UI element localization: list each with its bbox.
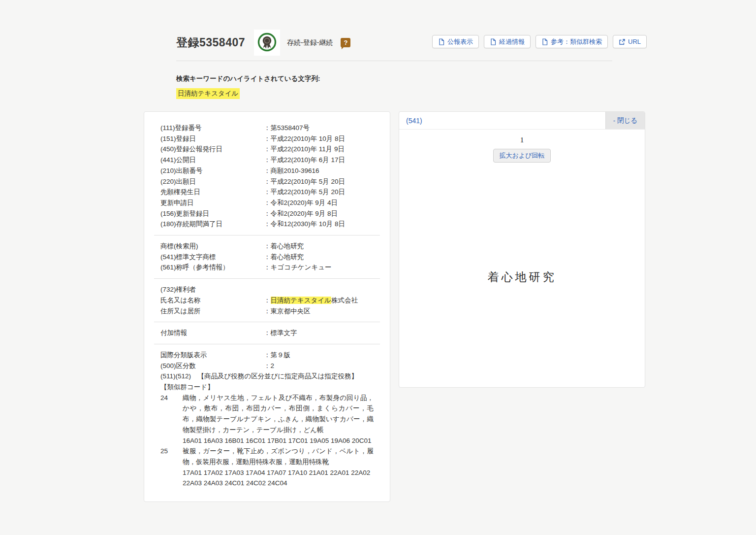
progress-info-button[interactable]: 経過情報 <box>484 35 531 48</box>
trademark-image-text: 着心地研究 <box>399 269 645 285</box>
field-label: 国際分類版表示 <box>160 350 264 361</box>
field-value: ：商願2010-39616 <box>264 166 374 176</box>
table-row: 先願権発生日 ：平成22(2010)年 5月 20日 <box>144 187 390 198</box>
field-value: ：平成22(2010)年 5月 20日 <box>264 187 374 198</box>
image-page-number: 1 <box>399 136 645 144</box>
goods-class-row: 25 被服，ガーター，靴下止め，ズボンつり，バンド，ベルト，履物，仮装用衣服，運… <box>144 446 390 489</box>
field-value: ：着心地研究 <box>264 252 374 263</box>
table-row: 氏名又は名称 ：日清紡テキスタイル株式会社 <box>144 295 390 306</box>
field-value: ：平成22(2010)年 10月 8日 <box>264 134 374 144</box>
record-header: 登録5358407 存続-登録-継続 ? <box>176 30 350 56</box>
field-value: ：令和2(2020)年 9月 8日 <box>264 208 374 219</box>
goods-list: 被服，ガーター，靴下止め，ズボンつり，バンド，ベルト，履物，仮装用衣服，運動用特… <box>183 446 374 467</box>
action-bar: 公報表示 経過情報 参考：類似群検索 URL <box>432 35 647 48</box>
button-label: 経過情報 <box>499 37 525 46</box>
field-label: (156)更新登録日 <box>160 208 264 219</box>
table-row: 国際分類版表示 ：第９版 <box>144 350 390 361</box>
header-separator <box>176 61 612 61</box>
section-divider <box>154 344 380 344</box>
field-value: ：第９版 <box>264 350 374 361</box>
field-label: 先願権発生日 <box>160 187 264 198</box>
highlight-keywords-label: 検索キーワードのハイライトされている文字列: <box>176 74 320 83</box>
table-row: (220)出願日 ：平成22(2010)年 5月 20日 <box>144 176 390 187</box>
mark-image-panel: (541) - 閉じる 1 拡大および回転 着心地研究 <box>399 111 645 388</box>
section-divider <box>154 235 380 235</box>
document-icon <box>541 38 548 45</box>
table-row: (500)区分数 ：2 <box>144 361 390 371</box>
field-label: (151)登録日 <box>160 134 264 144</box>
designated-goods-heading: (511)(512) 【商品及び役務の区分並びに指定商品又は指定役務】 【類似群… <box>144 371 390 392</box>
registered-medal-icon <box>254 30 280 56</box>
table-row: (156)更新登録日 ：令和2(2020)年 9月 8日 <box>144 208 390 219</box>
table-row: (151)登録日 ：平成22(2010)年 10月 8日 <box>144 134 390 144</box>
gazette-display-button[interactable]: 公報表示 <box>432 35 479 48</box>
field-label: 付加情報 <box>160 328 264 338</box>
owner-name-suffix: 株式会社 <box>331 297 358 304</box>
table-row: (441)公開日 ：平成22(2010)年 6月 17日 <box>144 155 390 166</box>
goods-list: 織物，メリヤス生地，フェルト及び不織布，布製身の回り品，かや，敷布，布団，布団カ… <box>183 393 374 435</box>
document-icon <box>490 38 497 45</box>
field-value: ：東京都中央区 <box>264 306 374 317</box>
field-label: (210)出願番号 <box>160 166 264 176</box>
trademark-detail-panel: (111)登録番号 ：第5358407号 (151)登録日 ：平成22(2010… <box>144 111 390 502</box>
button-label: 参考：類似群検索 <box>551 37 602 46</box>
highlighted-keyword: 日清紡テキスタイル <box>176 88 240 99</box>
button-label: URL <box>628 38 641 45</box>
field-value: ：令和2(2020)年 9月 4日 <box>264 198 374 208</box>
table-row: (180)存続期間満了日 ：令和12(2030)年 10月 8日 <box>144 219 390 230</box>
field-label: (732)権利者 <box>160 284 264 295</box>
table-row: 住所又は居所 ：東京都中央区 <box>144 306 390 317</box>
url-button[interactable]: URL <box>613 35 647 48</box>
field-value: ：着心地研究 <box>264 241 374 252</box>
button-label: 公報表示 <box>447 37 473 46</box>
image-panel-header: (541) - 閉じる <box>399 112 645 130</box>
table-row: (541)標準文字商標 ：着心地研究 <box>144 252 390 263</box>
section-divider <box>154 322 380 322</box>
field-label: (111)登録番号 <box>160 123 264 134</box>
field-value: ：平成22(2010)年 6月 17日 <box>264 155 374 166</box>
field-value: ：平成22(2010)年 11月 9日 <box>264 144 374 155</box>
value-colon: ： <box>264 297 271 304</box>
section-divider <box>154 278 380 279</box>
field-label: (180)存続期間満了日 <box>160 219 264 230</box>
close-panel-button[interactable]: - 閉じる <box>605 112 645 129</box>
table-row: (450)登録公報発行日 ：平成22(2010)年 11月 9日 <box>144 144 390 155</box>
enlarge-rotate-button[interactable]: 拡大および回転 <box>493 149 551 163</box>
class-number: 24 <box>160 393 183 446</box>
table-row: (111)登録番号 ：第5358407号 <box>144 123 390 134</box>
class-number: 25 <box>160 446 183 489</box>
field-value: ：平成22(2010)年 5月 20日 <box>264 176 374 187</box>
field-label: (500)区分数 <box>160 361 264 371</box>
goods-class-row: 24 織物，メリヤス生地，フェルト及び不織布，布製身の回り品，かや，敷布，布団，… <box>144 393 390 446</box>
field-label: (541)標準文字商標 <box>160 252 264 263</box>
field-label: 住所又は居所 <box>160 306 264 317</box>
field-value: ：日清紡テキスタイル株式会社 <box>264 295 374 306</box>
image-panel-tag: (541) <box>399 112 605 129</box>
highlighted-owner-name: 日清紡テキスタイル <box>271 297 331 304</box>
document-icon <box>438 38 445 45</box>
table-row: (732)権利者 <box>144 284 390 295</box>
field-label: 商標(検索用) <box>160 241 264 252</box>
table-row: 付加情報 ：標準文字 <box>144 328 390 338</box>
field-value: ：2 <box>264 361 374 371</box>
table-row: (561)称呼（参考情報） ：キゴコチケンキュー <box>144 262 390 273</box>
page-title: 登録5358407 <box>176 35 245 50</box>
external-link-icon <box>619 38 626 45</box>
similar-group-codes: 17A01 17A02 17A03 17A04 17A07 17A10 21A0… <box>183 468 374 489</box>
field-value: ：標準文字 <box>264 328 374 338</box>
field-value: ：第5358407号 <box>264 123 374 134</box>
field-label: (441)公開日 <box>160 155 264 166</box>
field-value: ：キゴコチケンキュー <box>264 262 374 273</box>
field-label: (450)登録公報発行日 <box>160 144 264 155</box>
field-label: (220)出願日 <box>160 176 264 187</box>
table-row: (210)出願番号 ：商願2010-39616 <box>144 166 390 176</box>
help-icon[interactable]: ? <box>341 38 350 47</box>
field-value: ：令和12(2030)年 10月 8日 <box>264 219 374 230</box>
similar-group-search-button[interactable]: 参考：類似群検索 <box>536 35 608 48</box>
status-text: 存続-登録-継続 <box>287 38 333 47</box>
similar-group-codes: 16A01 16A03 16B01 16C01 17B01 17C01 19A0… <box>183 435 374 446</box>
field-label: 氏名又は名称 <box>160 295 264 306</box>
field-label: 更新申請日 <box>160 198 264 208</box>
field-label: (561)称呼（参考情報） <box>160 262 264 273</box>
table-row: 更新申請日 ：令和2(2020)年 9月 4日 <box>144 198 390 208</box>
